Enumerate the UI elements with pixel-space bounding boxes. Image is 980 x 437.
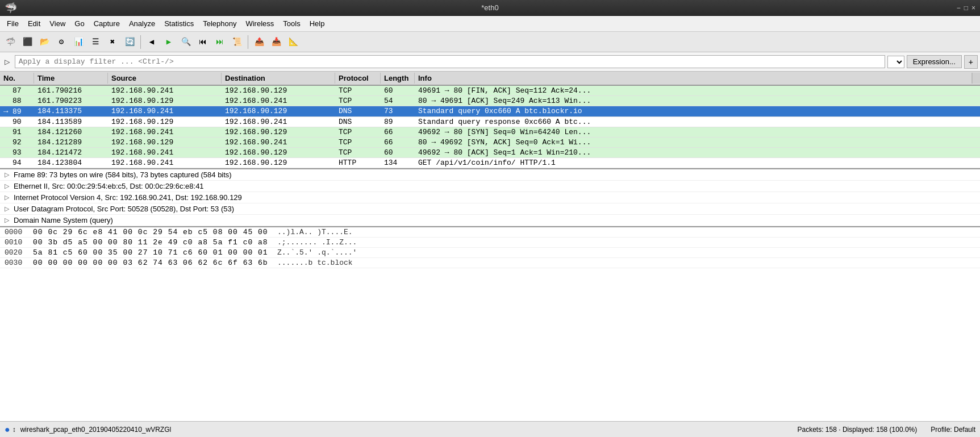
toolbar-reload-btn[interactable]: 🔄 xyxy=(122,34,137,50)
detail-item[interactable]: ▷Frame 89: 73 bytes on wire (584 bits), … xyxy=(0,169,980,181)
toolbar-next-btn[interactable]: ⏭ xyxy=(212,34,228,50)
pkt-col-len: 60 xyxy=(381,148,415,157)
packet-row[interactable]: 91 184.121260 192.168.90.241 192.168.90.… xyxy=(0,127,980,138)
toolbar-sep-2 xyxy=(248,35,248,49)
filter-input[interactable] xyxy=(15,55,885,68)
hex-offset: 0020 xyxy=(5,248,33,257)
toolbar-stats-btn[interactable]: 📊 xyxy=(70,34,86,50)
pkt-col-proto: TCP xyxy=(335,148,381,157)
add-filter-button[interactable]: + xyxy=(964,55,978,69)
menu-view[interactable]: View xyxy=(45,18,70,29)
pkt-col-src: 192.168.90.129 xyxy=(108,96,222,106)
pkt-col-time: 184.113375 xyxy=(34,106,108,116)
pkt-col-src: 192.168.90.241 xyxy=(108,106,222,116)
detail-expand-icon: ▷ xyxy=(5,205,11,213)
packet-row[interactable]: 93 184.121472 192.168.90.241 192.168.90.… xyxy=(0,148,980,158)
status-icons: ● ↕ xyxy=(5,424,16,435)
menu-wireless[interactable]: Wireless xyxy=(241,18,278,29)
pkt-col-len: 66 xyxy=(381,127,415,137)
toolbar-resize-btn[interactable]: 📐 xyxy=(285,34,301,50)
maximize-button[interactable]: □ xyxy=(964,4,968,12)
pkt-col-no: →89 xyxy=(0,106,34,116)
col-header-info: Info xyxy=(415,73,972,84)
pkt-col-dst: 192.168.90.129 xyxy=(222,127,335,137)
pkt-col-time: 184.123804 xyxy=(34,158,108,168)
packet-row[interactable]: →89 184.113375 192.168.90.241 192.168.90… xyxy=(0,106,980,117)
toolbar-close-btn[interactable]: ✖ xyxy=(105,34,120,50)
detail-text: Internet Protocol Version 4, Src: 192.16… xyxy=(14,193,242,202)
packet-list-scrollbar[interactable] xyxy=(972,73,980,84)
col-header-no: No. xyxy=(0,73,34,84)
hex-offset: 0010 xyxy=(5,238,33,247)
menu-statistics[interactable]: Statistics xyxy=(160,18,198,29)
expression-button[interactable]: Expression... xyxy=(907,55,962,68)
menu-help[interactable]: Help xyxy=(305,18,330,29)
menu-go[interactable]: Go xyxy=(70,18,89,29)
hex-dump-row: 0010 00 3b d5 a5 00 00 80 11 2e 49 c0 a8… xyxy=(0,238,980,248)
toolbar-sep-1 xyxy=(140,35,141,49)
pkt-col-no: 87 xyxy=(0,86,34,95)
packet-list: No. Time Source Destination Protocol Len… xyxy=(0,72,980,169)
toolbar-back-btn[interactable]: ◀ xyxy=(144,34,160,50)
minimize-button[interactable]: − xyxy=(957,4,961,12)
menu-analyze[interactable]: Analyze xyxy=(124,18,160,29)
pkt-col-src: 192.168.90.241 xyxy=(108,148,222,157)
menubar: File Edit View Go Capture Analyze Statis… xyxy=(0,16,980,32)
pkt-col-info: 80 → 49692 [SYN, ACK] Seq=0 Ack=1 Wi... xyxy=(415,138,980,147)
toolbar-import-btn[interactable]: 📥 xyxy=(268,34,284,50)
toolbar-export-btn[interactable]: 📤 xyxy=(251,34,267,50)
detail-item[interactable]: ▷Domain Name System (query) xyxy=(0,215,980,226)
hex-ascii: .;....... .I..Z... xyxy=(277,238,975,247)
menu-edit[interactable]: Edit xyxy=(23,18,45,29)
window-title: *eth0 xyxy=(481,3,498,12)
detail-text: Domain Name System (query) xyxy=(14,216,113,224)
packet-row[interactable]: 90 184.113589 192.168.90.129 192.168.90.… xyxy=(0,117,980,127)
pkt-col-no: 88 xyxy=(0,96,34,106)
toolbar-scroll-btn[interactable]: 📜 xyxy=(229,34,245,50)
packet-row[interactable]: 88 161.790223 192.168.90.129 192.168.90.… xyxy=(0,96,980,106)
pkt-col-time: 161.790216 xyxy=(34,86,108,95)
toolbar-shark-btn[interactable]: 🦈 xyxy=(2,34,18,50)
menu-tools[interactable]: Tools xyxy=(278,18,305,29)
detail-item[interactable]: ▷Internet Protocol Version 4, Src: 192.1… xyxy=(0,192,980,203)
close-button[interactable]: × xyxy=(971,4,975,12)
pkt-col-proto: TCP xyxy=(335,138,381,147)
pkt-col-src: 192.168.90.129 xyxy=(108,138,222,147)
toolbar-forward-btn[interactable]: ▶ xyxy=(161,34,177,50)
packet-row[interactable]: 92 184.121289 192.168.90.129 192.168.90.… xyxy=(0,138,980,148)
hex-ascii: Z..`.5.' .q.`....' xyxy=(277,248,975,257)
detail-rows: ▷Frame 89: 73 bytes on wire (584 bits), … xyxy=(0,169,980,226)
detail-item[interactable]: ▷Ethernet II, Src: 00:0c:29:54:eb:c5, Ds… xyxy=(0,181,980,192)
pkt-col-info: 49691 → 80 [FIN, ACK] Seq=112 Ack=24... xyxy=(415,86,980,95)
pkt-col-no: 91 xyxy=(0,127,34,137)
pkt-col-src: 192.168.90.241 xyxy=(108,158,222,168)
menu-capture[interactable]: Capture xyxy=(89,18,124,29)
menu-telephony[interactable]: Telephony xyxy=(198,18,241,29)
pkt-col-time: 184.121472 xyxy=(34,148,108,157)
pkt-col-dst: 192.168.90.129 xyxy=(222,148,335,157)
toolbar-filter-btn[interactable]: 🔍 xyxy=(178,34,194,50)
hex-dump-row: 0020 5a 81 c5 60 00 35 00 27 10 71 c6 60… xyxy=(0,248,980,258)
filter-dropdown[interactable] xyxy=(887,56,904,68)
col-header-length: Length xyxy=(381,73,415,84)
pkt-col-dst: 192.168.90.129 xyxy=(222,86,335,95)
toolbar-restart-btn[interactable]: 📂 xyxy=(36,34,52,50)
hex-dump-row: 0000 00 0c 29 6c e8 41 00 0c 29 54 eb c5… xyxy=(0,227,980,238)
packet-row[interactable]: 94 184.123804 192.168.90.241 192.168.90.… xyxy=(0,158,980,168)
packet-row[interactable]: 87 161.790216 192.168.90.241 192.168.90.… xyxy=(0,86,980,96)
toolbar-list-btn[interactable]: ☰ xyxy=(87,34,103,50)
detail-text: Frame 89: 73 bytes on wire (584 bits), 7… xyxy=(14,170,232,179)
menu-file[interactable]: File xyxy=(2,18,23,29)
pkt-col-len: 134 xyxy=(381,158,415,168)
hex-offset: 0030 xyxy=(5,259,33,267)
col-header-source: Source xyxy=(108,73,222,84)
hex-bytes: 5a 81 c5 60 00 35 00 27 10 71 c6 60 01 0… xyxy=(33,248,277,257)
pkt-col-time: 184.121289 xyxy=(34,138,108,147)
toolbar-stop-btn[interactable]: ⬛ xyxy=(19,34,35,50)
col-header-protocol: Protocol xyxy=(335,73,381,84)
toolbar-prev-btn[interactable]: ⏮ xyxy=(195,34,211,50)
detail-item[interactable]: ▷User Datagram Protocol, Src Port: 50528… xyxy=(0,203,980,215)
pkt-col-time: 184.113589 xyxy=(34,117,108,127)
toolbar-options-btn[interactable]: ⚙ xyxy=(53,34,69,50)
pkt-col-dst: 192.168.90.241 xyxy=(222,138,335,147)
